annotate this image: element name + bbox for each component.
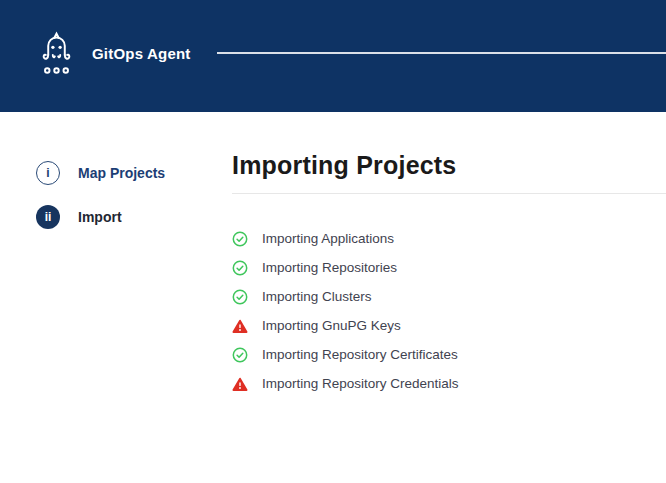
- warning-triangle-icon: [232, 318, 248, 334]
- check-circle-icon: [232, 347, 248, 363]
- step-label: Import: [78, 209, 122, 225]
- wizard-stepper: i Map Projects ii Import: [36, 161, 165, 229]
- import-status-item: Importing Repository Certificates: [232, 340, 666, 369]
- step-label: Map Projects: [78, 165, 165, 181]
- gitops-import-wizard: GitOps Agent i Map Projects ii Import Im…: [0, 0, 666, 483]
- step-number-badge: i: [36, 161, 60, 185]
- step-number-badge: ii: [36, 205, 60, 229]
- header-divider-line: [217, 52, 666, 54]
- import-status-item: Importing Clusters: [232, 282, 666, 311]
- import-status-item: Importing GnuPG Keys: [232, 311, 666, 340]
- app-header: GitOps Agent: [0, 0, 666, 112]
- import-item-label: Importing GnuPG Keys: [262, 318, 401, 333]
- stepper-step[interactable]: i Map Projects: [36, 161, 165, 185]
- check-circle-icon: [232, 260, 248, 276]
- import-item-label: Importing Repositories: [262, 260, 397, 275]
- octopus-logo-icon: [38, 30, 75, 76]
- app-title: GitOps Agent: [92, 45, 191, 62]
- check-circle-icon: [232, 289, 248, 305]
- import-item-label: Importing Clusters: [262, 289, 372, 304]
- main-content: Importing Projects Importing Application…: [232, 112, 666, 398]
- import-item-label: Importing Repository Certificates: [262, 347, 458, 362]
- import-item-label: Importing Applications: [262, 231, 394, 246]
- title-divider: [232, 193, 666, 194]
- stepper-step[interactable]: ii Import: [36, 205, 165, 229]
- import-item-label: Importing Repository Credentials: [262, 376, 459, 391]
- page-title: Importing Projects: [232, 150, 666, 180]
- import-status-list: Importing Applications Importing Reposit…: [232, 224, 666, 398]
- check-circle-icon: [232, 231, 248, 247]
- import-status-item: Importing Repositories: [232, 253, 666, 282]
- import-status-item: Importing Repository Credentials: [232, 369, 666, 398]
- warning-triangle-icon: [232, 376, 248, 392]
- import-status-item: Importing Applications: [232, 224, 666, 253]
